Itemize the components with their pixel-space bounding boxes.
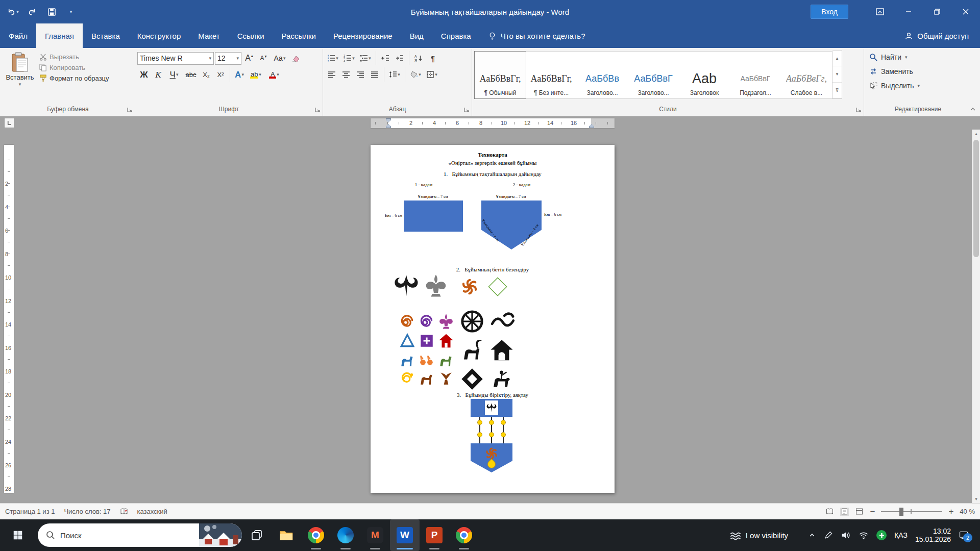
paragraph-dialog-launcher[interactable] (463, 106, 470, 113)
shrink-font-button[interactable]: А▾ (257, 52, 270, 65)
collapse-ribbon-button[interactable] (969, 106, 977, 113)
ornament-wave[interactable] (489, 309, 516, 334)
s ign-in-button[interactable]: Вход (811, 5, 848, 19)
ornament-diamond-outline[interactable] (486, 276, 509, 298)
hidden-icons-button[interactable] (808, 531, 816, 539)
assembly-ornament-box[interactable] (485, 400, 498, 415)
start-button[interactable] (3, 519, 33, 551)
style-heading1[interactable]: АаБбВв Заголово... (577, 52, 628, 98)
tell-me-box[interactable]: Что вы хотите сделать? (480, 23, 594, 48)
zoom-in-button[interactable]: + (948, 507, 953, 517)
grow-font-button[interactable]: А▴ (242, 52, 256, 65)
language-indicator[interactable]: казахский (137, 508, 167, 515)
ornament-spiral-orange[interactable] (399, 313, 415, 330)
cut-button[interactable]: Вырезать (37, 52, 112, 62)
format-painter-button[interactable]: Формат по образцу (37, 73, 112, 83)
subscript-button[interactable]: X₂ (200, 68, 213, 81)
italic-button[interactable]: К (152, 68, 165, 81)
undo-button[interactable]: ▾ (4, 3, 21, 20)
ornament-horse-green[interactable] (438, 352, 454, 368)
ornament-diamond-x[interactable] (460, 367, 484, 391)
chrome-button[interactable] (301, 519, 331, 551)
style-title[interactable]: Аab Заголовок (679, 52, 730, 98)
document-page[interactable]: Технокарта «Өңіртал» зергерлік әшекей бұ… (371, 145, 615, 493)
strikethrough-button[interactable]: abc (183, 68, 199, 81)
powerpoint-button[interactable]: P (420, 519, 449, 551)
print-layout-button[interactable] (840, 508, 849, 516)
style-heading2[interactable]: АаБбВвГ Заголово... (628, 52, 679, 98)
style-no-spacing[interactable]: АаБбВвГг, ¶ Без инте... (526, 52, 577, 98)
ornament-triangle-blue[interactable] (399, 333, 415, 349)
styles-dialog-launcher[interactable] (855, 106, 862, 113)
tab-stop-selector[interactable] (4, 118, 14, 128)
ornament-house-red[interactable] (438, 333, 454, 349)
shading-button[interactable]: ▾ (408, 68, 423, 81)
word-count[interactable]: Число слов: 17 (64, 508, 110, 515)
zoom-percent[interactable]: 40 % (960, 508, 975, 515)
ornament-square-purple[interactable] (419, 333, 435, 349)
tab-view[interactable]: Вид (401, 23, 432, 48)
step1-rectangle-shape[interactable] (404, 201, 463, 232)
underline-button[interactable]: Ч▾ (166, 68, 182, 81)
scroll-up-arrow[interactable]: ▴ (972, 130, 980, 138)
style-normal[interactable]: АаБбВвГг, ¶ Обычный (475, 52, 526, 98)
taskbar-search-box[interactable]: Поиск (38, 523, 242, 547)
horizontal-ruler[interactable]: 2 4 6 8 10 12 14 16 (371, 118, 615, 128)
zoom-out-button[interactable]: − (870, 507, 875, 517)
styles-scroll-down-button[interactable]: ▾ (832, 66, 842, 82)
chrome-profile2-button[interactable] (449, 519, 479, 551)
customize-qat-button[interactable]: ▾ (62, 3, 80, 20)
ornament-rabbits-orange[interactable] (419, 352, 435, 368)
tab-design[interactable]: Конструктор (129, 23, 190, 48)
ornament-knot-circle[interactable] (460, 309, 484, 334)
find-button[interactable]: Найти ▾ (869, 50, 967, 64)
vertical-scrollbar[interactable]: ▴ ▾ (972, 130, 980, 503)
tab-file[interactable]: Файл (0, 23, 36, 48)
ornament-ibex[interactable] (460, 338, 484, 363)
numbering-button[interactable]: 123 ▾ (341, 52, 357, 65)
scroll-down-arrow[interactable]: ▾ (972, 495, 980, 503)
share-button[interactable]: Общий доступ (893, 23, 980, 48)
tab-references[interactable]: Ссылки (229, 23, 273, 48)
tab-help[interactable]: Справка (432, 23, 480, 48)
redo-button[interactable] (23, 3, 41, 20)
text-effects-button[interactable]: А▾ (233, 68, 246, 81)
volume-button[interactable] (841, 530, 851, 540)
ornament-eagle-brown[interactable] (438, 370, 454, 387)
font-size-combo[interactable]: 12 ▾ (215, 52, 241, 65)
tab-insert[interactable]: Вставка (83, 23, 129, 48)
zoom-slider[interactable] (881, 511, 942, 512)
step1-pentagon-shape[interactable] (481, 201, 542, 249)
font-color-button[interactable]: А ▾ (265, 68, 283, 81)
ornament-bird-yellow[interactable] (399, 370, 415, 387)
styles-scroll-up-button[interactable]: ▴ (832, 51, 842, 66)
save-button[interactable] (43, 3, 60, 20)
taskbar-weather-widget[interactable]: Low visibility (729, 530, 788, 541)
word-taskbar-button[interactable]: W (390, 519, 420, 551)
vertical-ruler[interactable]: 2 4 6 8 10 12 14 16 18 20 22 24 26 28 (4, 145, 14, 493)
font-dialog-launcher[interactable] (314, 106, 321, 113)
m-app-button[interactable]: M (360, 519, 390, 551)
superscript-button[interactable]: X² (214, 68, 227, 81)
antivirus-tray-icon[interactable] (876, 530, 887, 540)
align-center-button[interactable] (339, 68, 353, 81)
minimize-button[interactable] (894, 0, 923, 23)
highlight-button[interactable]: ab ▾ (247, 68, 264, 81)
style-subtle-emphasis[interactable]: АаБбВвГг, Слабое в... (781, 52, 832, 98)
ornament-flower-spiral[interactable] (459, 277, 480, 297)
multilevel-list-button[interactable]: ▾ (358, 52, 373, 65)
replace-button[interactable]: Заменить (869, 64, 967, 79)
paste-button[interactable]: Вставить ▾ (3, 50, 37, 87)
zoom-slider-thumb[interactable] (899, 508, 903, 516)
align-left-button[interactable] (325, 68, 338, 81)
justify-button[interactable] (368, 68, 381, 81)
clear-formatting-button[interactable] (289, 52, 303, 65)
close-button[interactable] (951, 0, 980, 23)
proofing-icon[interactable] (120, 508, 128, 515)
align-right-button[interactable] (354, 68, 367, 81)
select-button[interactable]: Выделить ▾ (869, 79, 967, 93)
ornament-tulip-gray[interactable] (422, 273, 450, 298)
increase-indent-button[interactable] (393, 52, 406, 65)
web-layout-button[interactable] (855, 508, 864, 515)
network-button[interactable] (859, 530, 869, 540)
